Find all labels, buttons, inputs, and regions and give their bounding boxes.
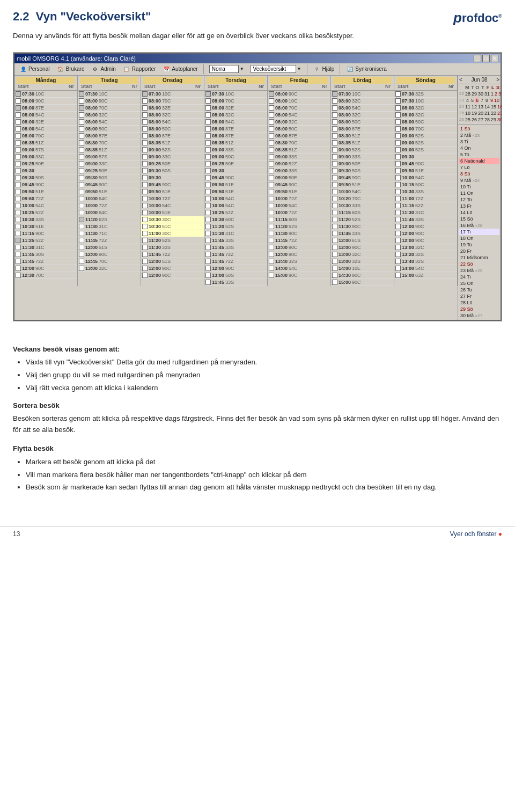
list-item[interactable]: 09:0033S bbox=[268, 167, 330, 174]
list-item[interactable]: 09:0052S bbox=[394, 147, 457, 153]
list-item[interactable]: 09:4590C bbox=[268, 181, 330, 188]
mini-day-5[interactable]: 5 bbox=[470, 98, 474, 103]
list-item[interactable]: 08:3551Z bbox=[204, 140, 267, 147]
list-item[interactable]: 09:0052Z bbox=[268, 160, 330, 167]
mini-day-30[interactable]: 30 bbox=[478, 91, 483, 97]
header-saturday[interactable]: Lördag StartNr bbox=[331, 76, 394, 90]
list-item[interactable]: 10:2070C bbox=[331, 195, 394, 202]
menu-brukare[interactable]: 🏠 Brukare bbox=[54, 64, 86, 74]
list-item[interactable]: 09:5051E bbox=[204, 188, 267, 195]
list-item[interactable]: 10:0054C bbox=[204, 195, 267, 202]
list-item[interactable]: 11:2062S bbox=[78, 216, 141, 223]
list-item[interactable]: 09:5051E bbox=[268, 188, 330, 195]
list-item[interactable]: 12:0090C bbox=[268, 244, 330, 251]
list-item[interactable]: 12:0090C bbox=[78, 251, 141, 258]
mini-day-12[interactable]: 12 bbox=[472, 104, 477, 109]
list-item[interactable]: 15:0063Z bbox=[394, 272, 457, 279]
list-item[interactable]: 08:0032C bbox=[78, 112, 141, 119]
list-item[interactable]: 10:3060C bbox=[204, 216, 267, 223]
list-item[interactable]: 10:3051C bbox=[141, 223, 204, 230]
mini-day-26[interactable]: 26 bbox=[472, 117, 477, 122]
list-item[interactable]: 12:0051S bbox=[78, 244, 141, 251]
list-item[interactable]: 10:0054C bbox=[141, 202, 204, 209]
list-item[interactable]: 09:5051E bbox=[204, 181, 267, 188]
mini-day-18[interactable]: 18 bbox=[465, 111, 470, 116]
list-item[interactable]: 10:2552Z bbox=[204, 209, 267, 216]
list-item[interactable]: 08:3551Z bbox=[331, 140, 394, 147]
list-item[interactable]: 09:4590C bbox=[204, 174, 267, 181]
list-item[interactable]: 12:4570C bbox=[78, 258, 141, 265]
list-item[interactable]: 08:0032E bbox=[204, 105, 267, 112]
list-item[interactable]: 08:0090C bbox=[268, 91, 330, 98]
mini-day-7[interactable]: 7 bbox=[480, 98, 483, 103]
list-item[interactable]: 09:0057S bbox=[14, 147, 77, 153]
list-item[interactable]: 13:0032S bbox=[331, 258, 394, 265]
mini-day-15[interactable]: 15 bbox=[491, 104, 496, 109]
list-item[interactable]: 08:0087E bbox=[268, 133, 330, 140]
list-item[interactable]: 13:0032C bbox=[78, 265, 141, 272]
list-item[interactable]: 11:4572Z bbox=[141, 251, 204, 258]
mini-day-6[interactable]: 6 bbox=[475, 98, 479, 103]
mini-day-3[interactable]: 3 bbox=[498, 91, 501, 97]
list-item[interactable]: 08:0032C bbox=[394, 112, 457, 119]
header-friday[interactable]: Fredag StartNr bbox=[268, 76, 331, 90]
list-item[interactable]: 09:3050S bbox=[141, 167, 204, 174]
list-item[interactable]: 09:5051E bbox=[78, 188, 141, 195]
list-item[interactable]: 07:3010C bbox=[394, 98, 457, 105]
list-item[interactable]: 09:0033S bbox=[204, 147, 267, 153]
list-item[interactable]: 08:0087E bbox=[204, 133, 267, 140]
mini-day-21[interactable]: 21 bbox=[484, 111, 490, 116]
list-item[interactable]: 15:0090C bbox=[331, 279, 394, 286]
list-item[interactable]: 13:0050S bbox=[204, 272, 267, 279]
list-item[interactable]: 11:2052S bbox=[204, 223, 267, 230]
mini-day-2[interactable]: 2 bbox=[495, 91, 497, 97]
list-item[interactable]: 10:3033S bbox=[394, 188, 457, 195]
list-item[interactable]: 09:0050E bbox=[331, 160, 394, 167]
list-item[interactable]: 08:0032C bbox=[141, 112, 204, 119]
list-item[interactable]: 08:0054C bbox=[141, 119, 204, 126]
list-item[interactable]: 08:0050C bbox=[268, 126, 330, 133]
list-item[interactable]: 11:4572Z bbox=[78, 237, 141, 244]
list-item[interactable]: 14:3090C bbox=[331, 272, 394, 279]
list-item[interactable]: 10:3030C bbox=[141, 216, 204, 223]
menu-autoplaner[interactable]: 📅 Autoplaner bbox=[160, 64, 200, 74]
list-item[interactable]: 11:4533S bbox=[331, 230, 394, 237]
list-item[interactable]: 09:2550E bbox=[141, 160, 204, 167]
list-item[interactable]: 11:3031C bbox=[204, 230, 267, 237]
list-item[interactable]: 08:0070C bbox=[394, 126, 457, 133]
list-item[interactable]: 07:3010C bbox=[78, 91, 141, 98]
list-item[interactable]: 08:0070C bbox=[268, 105, 330, 112]
list-item[interactable]: 08:0090C bbox=[14, 98, 77, 105]
list-item[interactable]: 11:1560S bbox=[268, 216, 330, 223]
list-item[interactable]: 08:0054C bbox=[14, 112, 77, 119]
list-item[interactable]: 08:0087E bbox=[14, 105, 77, 112]
list-item[interactable]: 10:0064C bbox=[78, 209, 141, 216]
list-item[interactable]: 08:0050C bbox=[394, 119, 457, 126]
list-item[interactable]: 11:1552Z bbox=[394, 202, 457, 209]
mini-day-1[interactable]: 1 bbox=[491, 91, 494, 97]
minimize-button[interactable]: _ bbox=[474, 55, 481, 62]
list-item[interactable]: 12:0051S bbox=[141, 258, 204, 265]
list-item[interactable]: 10:2552Z bbox=[14, 209, 77, 216]
next-month-button[interactable]: > bbox=[496, 77, 499, 83]
list-item[interactable]: 09:3050S bbox=[14, 174, 77, 181]
list-item[interactable]: 11:4572Z bbox=[204, 251, 267, 258]
list-item[interactable]: 10:0064C bbox=[78, 195, 141, 202]
list-item[interactable]: 11:3031C bbox=[14, 244, 77, 251]
list-item[interactable]: 09:0052S bbox=[141, 147, 204, 153]
list-item[interactable]: 10:0072Z bbox=[78, 202, 141, 209]
list-item[interactable]: 09:0057S bbox=[78, 153, 141, 160]
header-monday[interactable]: Måndag StartNr bbox=[14, 76, 78, 90]
list-item[interactable]: 08:0050C bbox=[331, 119, 394, 126]
list-item[interactable]: 09:0052S bbox=[331, 147, 394, 153]
mini-day-10[interactable]: 10 bbox=[494, 98, 499, 103]
list-item[interactable]: 08:3051Z bbox=[331, 133, 394, 140]
view-field[interactable] bbox=[251, 65, 296, 73]
list-item[interactable]: 09:30 bbox=[141, 174, 204, 181]
list-item[interactable]: 12:0090C bbox=[394, 237, 457, 244]
list-item[interactable]: 11:1590C bbox=[14, 230, 77, 237]
list-item[interactable]: 12:0061S bbox=[331, 237, 394, 244]
menu-personal[interactable]: 👤 Personal bbox=[17, 64, 52, 74]
list-item[interactable]: 08:0010C bbox=[268, 98, 330, 105]
mini-day-9[interactable]: 9 bbox=[489, 98, 493, 103]
